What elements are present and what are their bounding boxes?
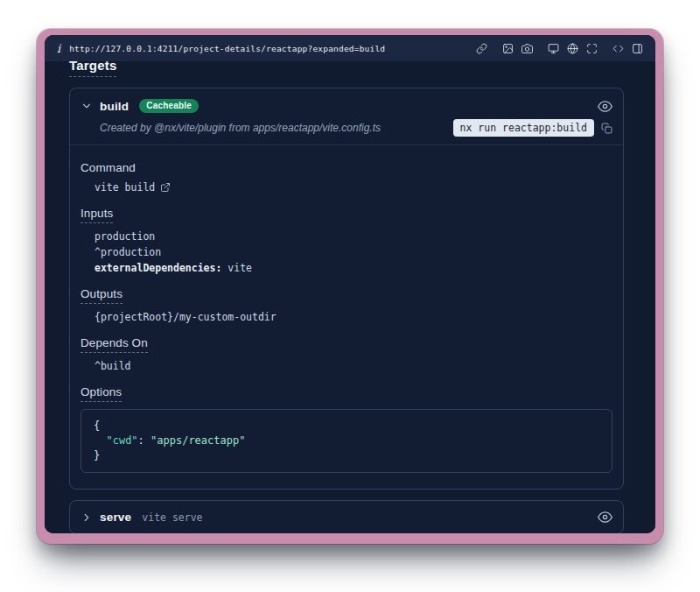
json-brace: { [94, 419, 100, 432]
globe-icon[interactable] [567, 43, 578, 54]
topbar-icon-group [476, 43, 487, 54]
eye-icon[interactable] [598, 99, 612, 114]
inputs-heading[interactable]: Inputs [80, 207, 113, 223]
created-by-text: Created by @nx/vite/plugin from apps/rea… [100, 122, 381, 134]
run-command-group: nx run reactapp:build [453, 119, 612, 137]
topbar-icon-group [612, 43, 643, 54]
external-link-icon[interactable] [160, 182, 171, 193]
code-icon[interactable] [612, 43, 624, 54]
build-toggle-row[interactable]: build Cacheable [80, 97, 612, 115]
project-details-scroll[interactable]: Targets build Cacheable Created by @nx/v… [45, 61, 655, 533]
run-command-chip: nx run reactapp:build [453, 119, 594, 137]
build-card-body: Command vite build Inputs production ^pr… [70, 145, 623, 489]
options-json-block: { "cwd": "apps/reactapp" } [80, 409, 612, 473]
external-deps-label: externalDependencies: [94, 262, 221, 274]
json-key: "cwd" [106, 434, 137, 447]
eye-icon[interactable] [598, 510, 612, 525]
options-heading[interactable]: Options [80, 385, 122, 402]
command-heading: Command [80, 161, 136, 174]
json-indent [94, 434, 106, 447]
browser-topbar: i http://127.0.0.1:4211/project-details/… [45, 35, 655, 61]
topbar-icon-group [548, 43, 598, 54]
json-brace: } [94, 449, 100, 462]
target-name: serve [100, 511, 131, 524]
targets-heading[interactable]: Targets [69, 61, 116, 77]
target-name: build [100, 100, 129, 113]
input-item: production [80, 230, 612, 243]
serve-toggle-row[interactable]: serve vite serve [70, 501, 623, 533]
build-card-subheader: Created by @nx/vite/plugin from apps/rea… [80, 120, 612, 136]
sidebar-icon[interactable] [632, 43, 643, 54]
external-deps-value: vite [221, 262, 252, 274]
link-icon[interactable] [476, 43, 487, 54]
output-item: {projectRoot}/my-custom-outdir [80, 311, 612, 324]
serve-command-text: vite serve [142, 511, 202, 524]
input-item-external-deps: externalDependencies: vite [80, 262, 612, 275]
command-value: vite build [80, 181, 612, 194]
json-colon: : [138, 434, 150, 447]
input-item: ^production [80, 246, 612, 259]
target-card-build: build Cacheable Created by @nx/vite/plug… [69, 88, 624, 490]
chevron-right-icon [80, 511, 93, 524]
url-bar[interactable]: http://127.0.0.1:4211/project-details/re… [69, 44, 385, 53]
maximize-icon[interactable] [586, 43, 598, 54]
monitor-icon[interactable] [548, 43, 559, 54]
depends-on-item: ^build [80, 360, 612, 373]
app-window: i http://127.0.0.1:4211/project-details/… [37, 29, 663, 544]
target-card-serve: serve vite serve [69, 500, 624, 533]
build-card-header: build Cacheable Created by @nx/vite/plug… [70, 88, 623, 145]
copy-icon[interactable] [601, 123, 612, 134]
info-icon[interactable]: i [57, 43, 60, 54]
depends-on-heading[interactable]: Depends On [80, 336, 148, 353]
topbar-icon-group [502, 43, 533, 54]
camera-icon[interactable] [522, 43, 533, 54]
json-value: "apps/reactapp" [150, 434, 245, 447]
image-icon[interactable] [502, 43, 514, 54]
outputs-heading[interactable]: Outputs [80, 287, 122, 304]
cacheable-badge: Cacheable [139, 99, 199, 113]
browser-window: i http://127.0.0.1:4211/project-details/… [45, 35, 655, 533]
chevron-down-icon [80, 100, 93, 112]
command-text: vite build [94, 181, 155, 194]
